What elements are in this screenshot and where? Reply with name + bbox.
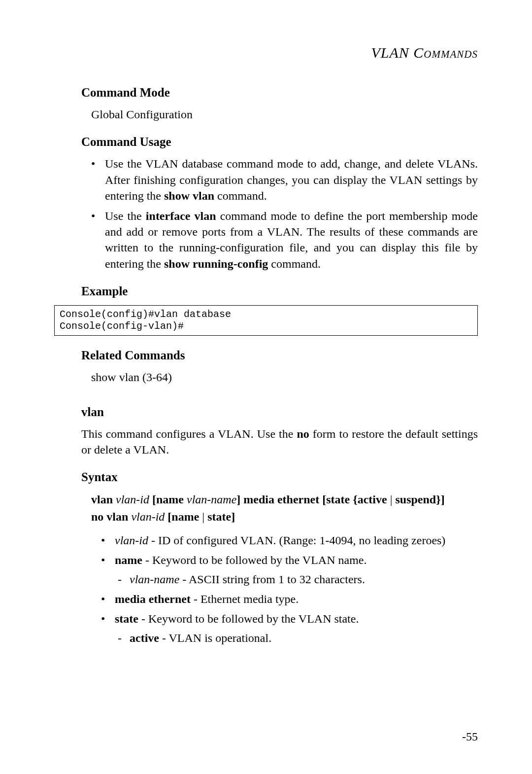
- list-item: name - Keyword to be followed by the VLA…: [91, 552, 478, 587]
- syntax-line-1: vlan vlan-id [name vlan-name] media ethe…: [91, 491, 478, 508]
- page-content: Command Mode Global Configuration Comman…: [81, 86, 478, 646]
- syntax-sep: |: [387, 493, 396, 506]
- syntax-bracket: {: [353, 493, 357, 506]
- heading-command-mode: Command Mode: [81, 86, 478, 100]
- text-bold: show running-config: [164, 257, 268, 270]
- heading-command-usage: Command Usage: [81, 135, 478, 149]
- text-segment: This command configures a VLAN. Use the: [81, 427, 297, 440]
- text-segment: Use the: [105, 210, 146, 222]
- syntax-keyword: name: [171, 510, 199, 523]
- param-name-italic: vlan-id: [115, 534, 148, 547]
- text-segment: Use the VLAN database command mode to ad…: [105, 157, 478, 202]
- syntax-keyword: suspend: [395, 493, 436, 506]
- param-desc: - ASCII string from 1 to 32 characters.: [179, 573, 365, 586]
- list-item: Use the VLAN database command mode to ad…: [81, 156, 478, 204]
- page-number: -55: [462, 730, 478, 743]
- text-command-mode: Global Configuration: [91, 106, 478, 122]
- list-item: vlan-name - ASCII string from 1 to 32 ch…: [115, 571, 478, 587]
- syntax-line-2: no vlan vlan-id [name | state]: [91, 508, 478, 526]
- syntax-italic: vlan-id: [131, 510, 165, 523]
- syntax-lines: vlan vlan-id [name vlan-name] media ethe…: [91, 491, 478, 526]
- syntax-keyword: no vlan: [91, 510, 128, 523]
- list-syntax-params: vlan-id - ID of configured VLAN. (Range:…: [91, 532, 478, 646]
- text-bold: no: [297, 427, 309, 440]
- sub-list: active - VLAN is operational.: [115, 630, 478, 646]
- text-bold: interface vlan: [146, 210, 216, 222]
- param-name-bold: name: [115, 554, 142, 566]
- list-item: Use the interface vlan command mode to d…: [81, 208, 478, 272]
- sub-list: vlan-name - ASCII string from 1 to 32 ch…: [115, 571, 478, 587]
- param-name-bold: active: [130, 632, 159, 644]
- heading-related-commands: Related Commands: [81, 349, 478, 362]
- param-desc: - Ethernet media type.: [191, 593, 299, 605]
- syntax-italic: vlan-name: [187, 493, 236, 506]
- heading-vlan: vlan: [81, 405, 478, 419]
- param-desc: - Keyword to be followed by the VLAN nam…: [142, 554, 366, 566]
- list-command-usage: Use the VLAN database command mode to ad…: [81, 156, 478, 272]
- syntax-keyword: vlan: [91, 493, 113, 506]
- page-header: VLAN Commands: [54, 44, 478, 61]
- text-related-commands: show vlan (3-64): [91, 369, 478, 385]
- syntax-keyword: name: [156, 493, 184, 506]
- text-segment: command.: [268, 257, 321, 270]
- list-item: vlan-id - ID of configured VLAN. (Range:…: [91, 532, 478, 548]
- list-item: media ethernet - Ethernet media type.: [91, 591, 478, 607]
- list-item: state - Keyword to be followed by the VL…: [91, 611, 478, 646]
- param-name-bold: media ethernet: [115, 593, 191, 605]
- syntax-bracket: [: [152, 493, 156, 506]
- text-vlan-desc: This command configures a VLAN. Use the …: [81, 426, 478, 458]
- syntax-bracket: }]: [436, 493, 444, 506]
- syntax-bracket: ]: [231, 510, 235, 523]
- syntax-bracket: ]: [236, 493, 240, 506]
- heading-example: Example: [81, 284, 478, 298]
- text-segment: command.: [214, 189, 267, 202]
- heading-syntax: Syntax: [81, 470, 478, 484]
- syntax-keyword: state: [326, 493, 350, 506]
- syntax-keyword: active: [358, 493, 387, 506]
- param-name-italic: vlan-name: [130, 573, 179, 586]
- syntax-keyword: state: [207, 510, 231, 523]
- syntax-sep: |: [199, 510, 207, 523]
- param-desc: - Keyword to be followed by the VLAN sta…: [138, 612, 359, 625]
- param-name-bold: state: [115, 612, 138, 625]
- text-bold: show vlan: [164, 189, 214, 202]
- param-desc: - ID of configured VLAN. (Range: 1-4094,…: [148, 534, 445, 547]
- param-desc: - VLAN is operational.: [159, 632, 271, 644]
- code-example: Console(config)#vlan database Console(co…: [54, 305, 478, 336]
- syntax-keyword: media ethernet: [243, 493, 319, 506]
- page: VLAN Commands Command Mode Global Config…: [0, 0, 532, 774]
- list-item: active - VLAN is operational.: [115, 630, 478, 646]
- syntax-italic: vlan-id: [116, 493, 149, 506]
